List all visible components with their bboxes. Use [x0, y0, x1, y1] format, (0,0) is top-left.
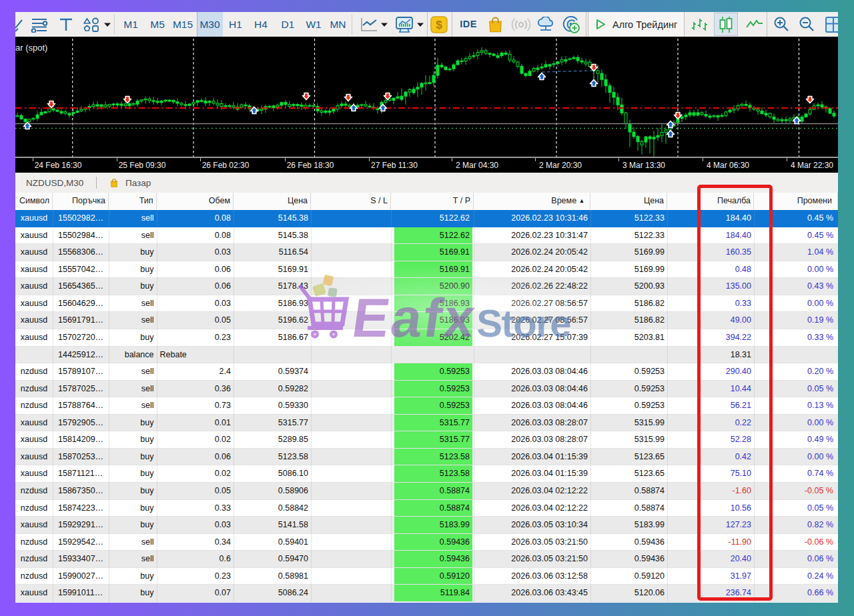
svg-text:$: $ — [436, 19, 442, 31]
